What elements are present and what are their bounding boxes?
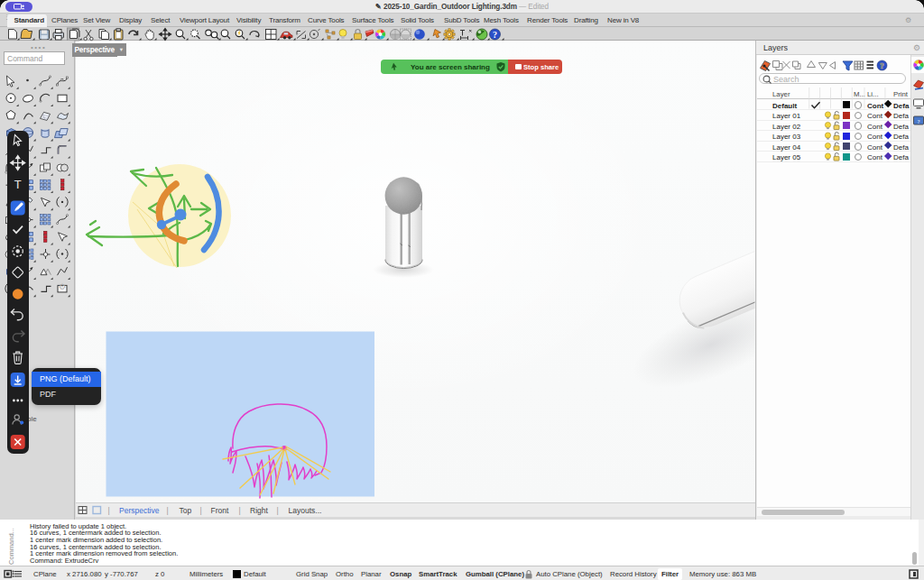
svg-text:?: ? [880,61,884,70]
svg-text:?: ? [918,118,920,124]
svg-text:?: ? [493,29,497,39]
svg-text:T: T [14,178,22,191]
